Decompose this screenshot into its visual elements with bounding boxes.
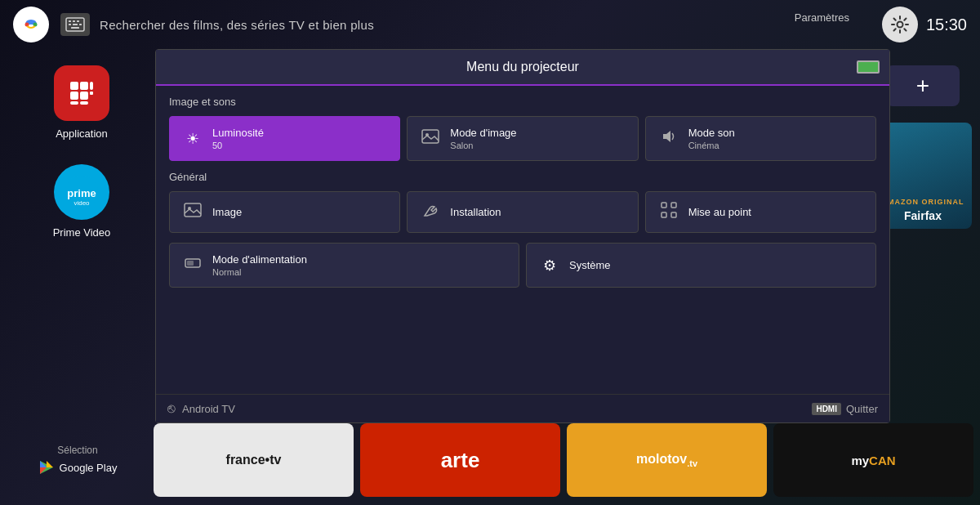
menu-item-mode-son[interactable]: Mode son Cinéma	[645, 116, 876, 161]
mise-au-point-icon	[657, 202, 680, 222]
svg-point-2	[33, 23, 38, 27]
menu-item-mode-image[interactable]: Mode d'image Salon	[407, 116, 638, 161]
selection-label: Sélection	[57, 445, 97, 456]
menu-item-luminosite[interactable]: ☀ Luminosité 50	[169, 116, 400, 161]
applications-label: Application	[56, 127, 108, 140]
android-tv-icon: ⎋	[167, 401, 176, 416]
prime-video-label: Prime Video	[53, 226, 111, 239]
topbar: Rechercher des films, des séries TV et b…	[0, 0, 980, 49]
projector-menu: Menu du projecteur Image et sons ☀ Lumin…	[155, 49, 890, 423]
image-title: Image	[212, 206, 242, 218]
installation-icon	[419, 202, 442, 222]
svg-rect-19	[80, 101, 88, 105]
menu-grid-row1: ☀ Luminosité 50 Mode d'image Salon	[169, 116, 876, 161]
mode-son-icon	[657, 129, 680, 148]
mode-son-title: Mode son	[688, 127, 735, 139]
svg-rect-6	[77, 20, 79, 22]
menu-item-systeme[interactable]: ⚙ Système	[526, 243, 876, 288]
svg-rect-31	[671, 212, 676, 217]
channel-france-tv[interactable]: france•tv	[154, 423, 354, 497]
svg-rect-12	[70, 82, 78, 90]
svg-rect-4	[69, 20, 71, 22]
google-play-label: Google Play	[60, 462, 118, 474]
svg-rect-30	[662, 212, 666, 217]
time-display: 15:30	[926, 16, 967, 34]
svg-rect-13	[80, 82, 88, 90]
svg-rect-17	[90, 92, 93, 95]
menu-item-mise-au-point[interactable]: Mise au point	[645, 191, 876, 233]
channel-mycanal[interactable]: myCAN	[773, 423, 973, 497]
svg-marker-25	[663, 131, 670, 142]
bottom-bar: Sélection Google Play france•tv arte mol…	[0, 415, 980, 505]
svg-text:video: video	[74, 199, 90, 207]
mode-image-text: Mode d'image Salon	[450, 127, 516, 150]
image-text: Image	[212, 206, 242, 218]
channel-molotov[interactable]: molotov.tv	[567, 423, 767, 497]
mode-son-text: Mode son Cinéma	[688, 127, 735, 150]
section-image-sons: Image et sons	[169, 96, 876, 108]
channel-cards: france•tv arte molotov.tv myCAN	[147, 417, 980, 503]
menu-body: Image et sons ☀ Luminosité 50	[156, 86, 889, 394]
google-play-badge[interactable]: Google Play	[38, 459, 118, 476]
luminosity-text: Luminosité 50	[212, 127, 264, 150]
svg-rect-5	[73, 20, 75, 22]
menu-item-image[interactable]: Image	[169, 191, 400, 233]
android-tv-text: Android TV	[182, 403, 235, 415]
prime-video-icon: prime video	[54, 164, 109, 220]
menu-title: Menu du projecteur	[466, 60, 579, 74]
applications-icon	[54, 65, 109, 121]
installation-title: Installation	[450, 206, 501, 218]
mise-au-point-text: Mise au point	[688, 206, 751, 218]
svg-rect-29	[671, 203, 676, 208]
luminosity-title: Luminosité	[212, 127, 264, 139]
luminosity-icon: ☀	[181, 130, 204, 148]
mise-au-point-title: Mise au point	[688, 206, 751, 218]
svg-point-11	[897, 22, 902, 28]
svg-rect-10	[71, 27, 79, 29]
menu-grid-row2: Image Installation	[169, 191, 876, 233]
svg-rect-23	[422, 130, 439, 143]
svg-text:prime: prime	[67, 187, 96, 199]
svg-rect-15	[70, 92, 78, 100]
mode-image-value: Salon	[450, 141, 516, 150]
quit-area: HDMI Quitter	[812, 403, 878, 415]
google-play-area: Sélection Google Play	[0, 445, 147, 476]
mode-alimentation-icon	[181, 257, 204, 274]
parametres-label: Paramètres	[795, 11, 849, 24]
mode-image-icon	[419, 129, 442, 148]
svg-rect-7	[69, 24, 71, 25]
hdmi-badge: HDMI	[812, 403, 841, 415]
installation-text: Installation	[450, 206, 501, 218]
quit-label: Quitter	[846, 403, 878, 415]
section-general: Général	[169, 171, 876, 183]
svg-rect-33	[187, 261, 194, 266]
prime-video-icon-item[interactable]: prime video Prime Video	[53, 164, 111, 239]
menu-header: Menu du projecteur	[156, 50, 889, 86]
mode-image-title: Mode d'image	[450, 127, 516, 139]
svg-point-1	[25, 23, 29, 27]
svg-rect-26	[185, 203, 201, 217]
svg-rect-28	[662, 203, 666, 208]
svg-rect-18	[70, 101, 78, 105]
mode-son-value: Cinéma	[688, 141, 735, 150]
systeme-icon: ⚙	[538, 257, 561, 275]
image-icon	[181, 203, 204, 221]
menu-item-mode-alimentation[interactable]: Mode d'alimentation Normal	[169, 243, 519, 288]
svg-rect-14	[90, 82, 93, 90]
mode-alimentation-text: Mode d'alimentation Normal	[212, 253, 307, 277]
menu-item-installation[interactable]: Installation	[407, 191, 638, 233]
systeme-title: Système	[569, 259, 611, 271]
mode-alimentation-value: Normal	[212, 267, 307, 277]
channel-arte[interactable]: arte	[360, 423, 560, 497]
settings-button[interactable]	[882, 7, 918, 42]
menu-footer: ⎋ Android TV HDMI Quitter	[156, 394, 889, 422]
add-button[interactable]: +	[886, 65, 960, 106]
battery-icon	[857, 60, 880, 74]
android-tv-label: ⎋ Android TV	[167, 401, 235, 416]
keyboard-icon[interactable]	[60, 13, 90, 36]
app-icon-applications[interactable]: Application	[54, 65, 109, 140]
luminosity-value: 50	[212, 141, 264, 150]
google-assistant-icon[interactable]	[13, 7, 49, 42]
mode-alimentation-title: Mode d'alimentation	[212, 253, 307, 266]
search-bar-text[interactable]: Rechercher des films, des séries TV et b…	[100, 18, 882, 32]
